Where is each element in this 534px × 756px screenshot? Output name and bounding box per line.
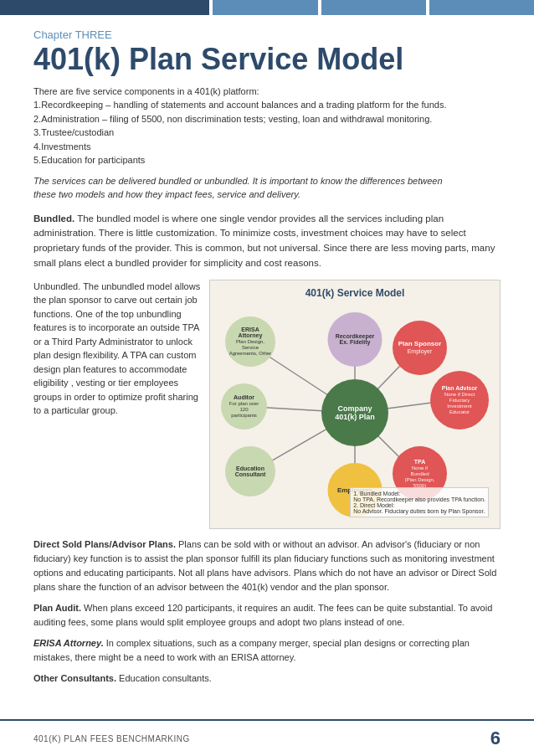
two-col-layout: Unbundled. The unbundled model allows th…	[33, 280, 501, 529]
legend-line3: 2. Direct Model:	[353, 502, 485, 508]
unbundled-label: Unbundled.	[33, 281, 80, 291]
italic-note: The services can be delivered bundled or…	[33, 174, 501, 202]
legend-line4: No Advisor. Fiduciary duties born by Pla…	[353, 508, 485, 514]
bar-dark	[0, 0, 209, 15]
center-node-label: Company401(k) Plan	[335, 404, 375, 421]
bundled-section: Bundled. The bundled model is where one …	[33, 212, 501, 271]
recordkeeper-node: RecordkeeperEx. Fidelity	[328, 312, 383, 367]
recordkeeper-label: RecordkeeperEx. Fidelity	[336, 333, 375, 345]
service-model-diagram: 401(k) Service Model	[209, 280, 501, 529]
auditor-node: AuditorFor plan over 120participants	[221, 383, 267, 429]
footer-page-number: 6	[490, 728, 501, 749]
tpa-label: TPANone ifBundled(Plan Design,5500)	[404, 459, 434, 488]
other-label: Other Consultants.	[33, 673, 116, 683]
direct-sold-label: Direct Sold Plans/Advisor Plans.	[33, 539, 176, 549]
bundled-text: The bundled model is where one single ve…	[33, 213, 495, 268]
intro-section: There are five service components in a 4…	[33, 85, 501, 167]
legend-line2: No TPA. Recordkeeper also provides TPA f…	[353, 496, 485, 502]
education-node: EducationConsultant	[225, 446, 275, 496]
top-bars	[0, 0, 534, 15]
intro-line6: 5.Education for participants	[33, 153, 501, 167]
diagram-legend: 1. Bundled Model: No TPA. Recordkeeper a…	[350, 487, 489, 517]
plan-audit-label: Plan Audit.	[33, 603, 81, 613]
diagram-col: 401(k) Service Model	[209, 280, 501, 529]
plan-audit-section: Plan Audit. When plans exceed 120 partic…	[33, 601, 501, 630]
erisa-text-label: ERISA Attorney.	[33, 638, 104, 648]
diagram-inner: Company401(k) Plan Plan SponsorEmployer …	[217, 304, 493, 522]
education-label: EducationConsultant	[235, 465, 266, 477]
erisa-section: ERISA Attorney. In complex situations, s…	[33, 636, 501, 665]
italic-note-line1: The services can be delivered bundled or…	[33, 174, 501, 188]
intro-line3: 2.Administration – filing of 5500, non d…	[33, 112, 501, 126]
bar-light-3	[429, 0, 534, 15]
bundled-label: Bundled.	[33, 213, 74, 224]
erisa-node: ERISAAttorneyPlan Design, ServiceAgreeme…	[225, 316, 275, 367]
plan-audit-text: When plans exceed 120 participants, it r…	[33, 603, 492, 627]
bar-light-2	[321, 0, 426, 15]
auditor-label: AuditorFor plan over 120participants	[224, 394, 264, 418]
chapter-label: Chapter THREE	[33, 28, 501, 41]
unbundled-text: The unbundled model allows the plan spon…	[33, 281, 200, 416]
bar-light-1	[213, 0, 317, 15]
sponsor-node: Plan SponsorEmployer	[393, 321, 447, 375]
intro-line5: 4.Investments	[33, 140, 501, 154]
sponsor-label: Plan SponsorEmployer	[398, 340, 442, 355]
unbundled-col: Unbundled. The unbundled model allows th…	[33, 280, 201, 418]
page-footer: 401(K) PLAN FEES BENCHMARKING 6	[0, 719, 534, 756]
italic-note-line2: these two models and how they impact fee…	[33, 188, 501, 202]
center-node: Company401(k) Plan	[321, 379, 388, 446]
intro-line4: 3.Trustee/custodian	[33, 126, 501, 140]
advisor-node: Plan AdvisorNone if DirectFiduciaryInves…	[430, 371, 489, 429]
advisor-label: Plan AdvisorNone if DirectFiduciaryInves…	[442, 385, 478, 414]
legend-line1: 1. Bundled Model:	[353, 491, 485, 496]
erisa-label: ERISAAttorneyPlan Design, ServiceAgreeme…	[228, 327, 272, 356]
intro-line1: There are five service components in a 4…	[33, 85, 501, 99]
main-content: Chapter THREE 401(k) Plan Service Model …	[0, 15, 534, 709]
other-consultants-section: Other Consultants. Education consultants…	[33, 671, 501, 686]
page-title: 401(k) Plan Service Model	[33, 43, 501, 76]
intro-line2: 1.Recordkeeping – handling of statements…	[33, 98, 501, 112]
diagram-title: 401(k) Service Model	[217, 287, 493, 299]
footer-left-text: 401(K) PLAN FEES BENCHMARKING	[33, 734, 190, 743]
direct-sold-section: Direct Sold Plans/Advisor Plans. Plans c…	[33, 537, 501, 594]
other-text: Education consultants.	[116, 673, 212, 683]
